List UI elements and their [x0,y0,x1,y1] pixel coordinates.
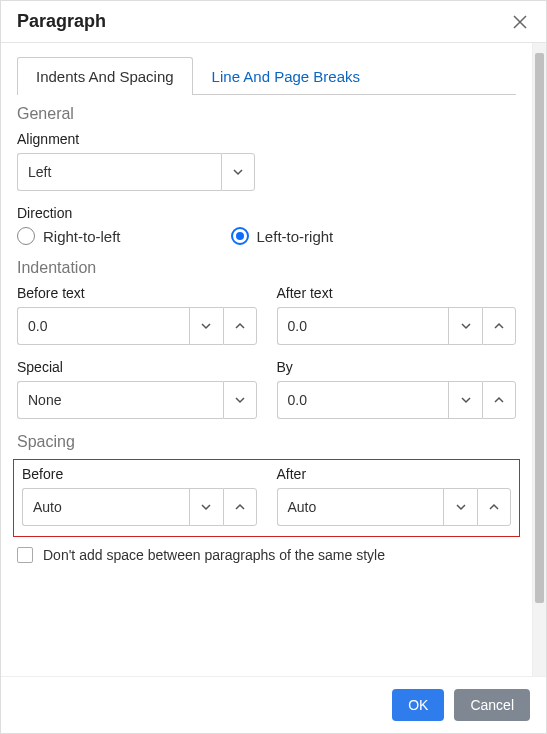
close-button[interactable] [510,12,530,32]
before-text-decrease[interactable] [189,307,223,345]
by-increase[interactable] [482,381,516,419]
alignment-value: Left [17,153,221,191]
spacing-before-label: Before [22,466,257,482]
dialog-body: Indents And Spacing Line And Page Breaks… [1,43,532,676]
chevron-down-icon [232,166,244,178]
chevron-down-icon [200,501,212,513]
spacing-after-increase[interactable] [477,488,511,526]
section-indentation: Indentation [17,259,516,277]
cancel-button[interactable]: Cancel [454,689,530,721]
chevron-up-icon [234,501,246,513]
chevron-up-icon [488,501,500,513]
spacing-after-label: After [277,466,512,482]
spacing-highlight: Before Auto After [13,459,520,537]
titlebar: Paragraph [1,1,546,43]
tab-bar: Indents And Spacing Line And Page Breaks [17,57,516,95]
after-text-increase[interactable] [482,307,516,345]
spacing-after-spinner[interactable]: Auto [277,488,512,526]
special-value: None [17,381,223,419]
after-text-value[interactable]: 0.0 [277,307,449,345]
ok-button[interactable]: OK [392,689,444,721]
by-decrease[interactable] [448,381,482,419]
dialog-title: Paragraph [17,11,106,32]
radio-rtl-label: Right-to-left [43,228,121,245]
chevron-up-icon [493,320,505,332]
close-icon [513,15,527,29]
before-text-increase[interactable] [223,307,257,345]
by-label: By [277,359,517,375]
after-text-spinner[interactable]: 0.0 [277,307,517,345]
radio-ltr-label: Left-to-right [257,228,334,245]
alignment-select[interactable]: Left [17,153,255,191]
tab-indents-spacing[interactable]: Indents And Spacing [17,57,193,95]
same-style-label: Don't add space between paragraphs of th… [43,547,385,563]
radio-right-to-left[interactable]: Right-to-left [17,227,121,245]
scrollbar-thumb[interactable] [535,53,544,603]
radio-icon [231,227,249,245]
spacing-after-decrease[interactable] [443,488,477,526]
section-spacing: Spacing [17,433,516,451]
spacing-before-increase[interactable] [223,488,257,526]
after-text-label: After text [277,285,517,301]
by-value[interactable]: 0.0 [277,381,449,419]
dialog-footer: OK Cancel [1,676,546,733]
scrollbar[interactable] [532,43,546,676]
paragraph-dialog: Paragraph Indents And Spacing Line And P… [0,0,547,734]
special-select[interactable]: None [17,381,257,419]
direction-label: Direction [17,205,516,221]
special-label: Special [17,359,257,375]
alignment-label: Alignment [17,131,516,147]
spacing-before-decrease[interactable] [189,488,223,526]
chevron-down-icon [200,320,212,332]
chevron-down-icon [460,320,472,332]
chevron-up-icon [234,320,246,332]
chevron-down-icon [460,394,472,406]
chevron-up-icon [493,394,505,406]
after-text-decrease[interactable] [448,307,482,345]
spacing-after-value[interactable]: Auto [277,488,444,526]
same-style-checkbox[interactable] [17,547,33,563]
same-style-checkbox-row[interactable]: Don't add space between paragraphs of th… [17,547,516,563]
radio-left-to-right[interactable]: Left-to-right [231,227,334,245]
spacing-before-value[interactable]: Auto [22,488,189,526]
radio-icon [17,227,35,245]
before-text-value[interactable]: 0.0 [17,307,189,345]
by-spinner[interactable]: 0.0 [277,381,517,419]
section-general: General [17,105,516,123]
chevron-down-icon [234,394,246,406]
tab-line-page-breaks[interactable]: Line And Page Breaks [193,57,379,95]
chevron-down-icon [455,501,467,513]
before-text-spinner[interactable]: 0.0 [17,307,257,345]
alignment-dropdown-button[interactable] [221,153,255,191]
special-dropdown-button[interactable] [223,381,257,419]
before-text-label: Before text [17,285,257,301]
spacing-before-spinner[interactable]: Auto [22,488,257,526]
